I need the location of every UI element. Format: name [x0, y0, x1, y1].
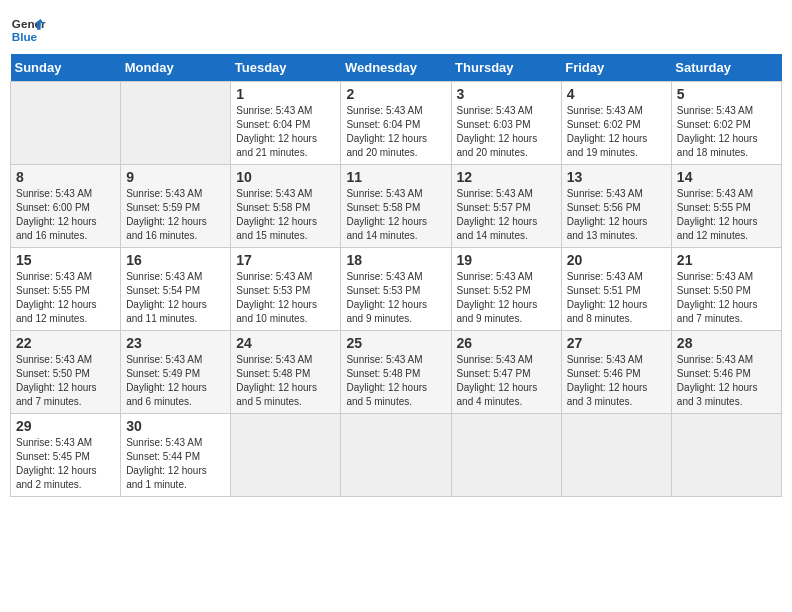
day-info: Sunrise: 5:43 AMSunset: 5:52 PMDaylight:…	[457, 270, 556, 326]
day-info: Sunrise: 5:43 AMSunset: 5:48 PMDaylight:…	[236, 353, 335, 409]
day-info: Sunrise: 5:43 AMSunset: 5:46 PMDaylight:…	[677, 353, 776, 409]
calendar-week-row: 29 Sunrise: 5:43 AMSunset: 5:45 PMDaylig…	[11, 414, 782, 497]
weekday-header: Friday	[561, 54, 671, 82]
calendar-day: 5 Sunrise: 5:43 AMSunset: 6:02 PMDayligh…	[671, 82, 781, 165]
day-number: 29	[16, 418, 115, 434]
calendar-day-empty	[561, 414, 671, 497]
day-info: Sunrise: 5:43 AMSunset: 5:55 PMDaylight:…	[677, 187, 776, 243]
day-number: 3	[457, 86, 556, 102]
calendar-day: 15 Sunrise: 5:43 AMSunset: 5:55 PMDaylig…	[11, 248, 121, 331]
day-number: 28	[677, 335, 776, 351]
calendar-day: 30 Sunrise: 5:43 AMSunset: 5:44 PMDaylig…	[121, 414, 231, 497]
day-number: 11	[346, 169, 445, 185]
day-info: Sunrise: 5:43 AMSunset: 6:00 PMDaylight:…	[16, 187, 115, 243]
day-number: 26	[457, 335, 556, 351]
calendar-body: 1 Sunrise: 5:43 AMSunset: 6:04 PMDayligh…	[11, 82, 782, 497]
day-info: Sunrise: 5:43 AMSunset: 5:45 PMDaylight:…	[16, 436, 115, 492]
day-info: Sunrise: 5:43 AMSunset: 5:50 PMDaylight:…	[677, 270, 776, 326]
day-info: Sunrise: 5:43 AMSunset: 5:57 PMDaylight:…	[457, 187, 556, 243]
day-info: Sunrise: 5:43 AMSunset: 5:49 PMDaylight:…	[126, 353, 225, 409]
day-info: Sunrise: 5:43 AMSunset: 6:02 PMDaylight:…	[677, 104, 776, 160]
day-info: Sunrise: 5:43 AMSunset: 5:59 PMDaylight:…	[126, 187, 225, 243]
calendar-day: 11 Sunrise: 5:43 AMSunset: 5:58 PMDaylig…	[341, 165, 451, 248]
day-info: Sunrise: 5:43 AMSunset: 5:46 PMDaylight:…	[567, 353, 666, 409]
svg-text:Blue: Blue	[12, 30, 38, 43]
calendar-day: 29 Sunrise: 5:43 AMSunset: 5:45 PMDaylig…	[11, 414, 121, 497]
day-info: Sunrise: 5:43 AMSunset: 5:47 PMDaylight:…	[457, 353, 556, 409]
day-number: 22	[16, 335, 115, 351]
calendar-day: 28 Sunrise: 5:43 AMSunset: 5:46 PMDaylig…	[671, 331, 781, 414]
calendar-day: 25 Sunrise: 5:43 AMSunset: 5:48 PMDaylig…	[341, 331, 451, 414]
calendar-day: 16 Sunrise: 5:43 AMSunset: 5:54 PMDaylig…	[121, 248, 231, 331]
calendar-day-empty	[671, 414, 781, 497]
day-info: Sunrise: 5:43 AMSunset: 5:58 PMDaylight:…	[346, 187, 445, 243]
day-number: 24	[236, 335, 335, 351]
calendar-day: 27 Sunrise: 5:43 AMSunset: 5:46 PMDaylig…	[561, 331, 671, 414]
day-info: Sunrise: 5:43 AMSunset: 5:53 PMDaylight:…	[236, 270, 335, 326]
calendar-header: SundayMondayTuesdayWednesdayThursdayFrid…	[11, 54, 782, 82]
day-info: Sunrise: 5:43 AMSunset: 5:51 PMDaylight:…	[567, 270, 666, 326]
logo-icon: General Blue	[10, 10, 46, 46]
calendar-day: 22 Sunrise: 5:43 AMSunset: 5:50 PMDaylig…	[11, 331, 121, 414]
calendar-day: 4 Sunrise: 5:43 AMSunset: 6:02 PMDayligh…	[561, 82, 671, 165]
day-info: Sunrise: 5:43 AMSunset: 5:55 PMDaylight:…	[16, 270, 115, 326]
day-number: 4	[567, 86, 666, 102]
weekday-header: Thursday	[451, 54, 561, 82]
calendar-day: 1 Sunrise: 5:43 AMSunset: 6:04 PMDayligh…	[231, 82, 341, 165]
day-number: 20	[567, 252, 666, 268]
calendar-week-row: 22 Sunrise: 5:43 AMSunset: 5:50 PMDaylig…	[11, 331, 782, 414]
day-number: 2	[346, 86, 445, 102]
day-number: 17	[236, 252, 335, 268]
day-info: Sunrise: 5:43 AMSunset: 5:56 PMDaylight:…	[567, 187, 666, 243]
day-number: 1	[236, 86, 335, 102]
calendar-day: 10 Sunrise: 5:43 AMSunset: 5:58 PMDaylig…	[231, 165, 341, 248]
day-info: Sunrise: 5:43 AMSunset: 5:44 PMDaylight:…	[126, 436, 225, 492]
calendar-day: 9 Sunrise: 5:43 AMSunset: 5:59 PMDayligh…	[121, 165, 231, 248]
calendar-day: 20 Sunrise: 5:43 AMSunset: 5:51 PMDaylig…	[561, 248, 671, 331]
day-info: Sunrise: 5:43 AMSunset: 6:02 PMDaylight:…	[567, 104, 666, 160]
calendar-day: 3 Sunrise: 5:43 AMSunset: 6:03 PMDayligh…	[451, 82, 561, 165]
calendar-day: 13 Sunrise: 5:43 AMSunset: 5:56 PMDaylig…	[561, 165, 671, 248]
day-number: 12	[457, 169, 556, 185]
weekday-header: Sunday	[11, 54, 121, 82]
calendar-day-empty	[451, 414, 561, 497]
weekday-header: Saturday	[671, 54, 781, 82]
day-info: Sunrise: 5:43 AMSunset: 5:58 PMDaylight:…	[236, 187, 335, 243]
calendar-day: 18 Sunrise: 5:43 AMSunset: 5:53 PMDaylig…	[341, 248, 451, 331]
calendar-day: 26 Sunrise: 5:43 AMSunset: 5:47 PMDaylig…	[451, 331, 561, 414]
calendar-day-empty	[341, 414, 451, 497]
calendar-day: 23 Sunrise: 5:43 AMSunset: 5:49 PMDaylig…	[121, 331, 231, 414]
calendar-day: 21 Sunrise: 5:43 AMSunset: 5:50 PMDaylig…	[671, 248, 781, 331]
day-number: 15	[16, 252, 115, 268]
calendar-day-empty	[231, 414, 341, 497]
weekday-header: Monday	[121, 54, 231, 82]
day-number: 27	[567, 335, 666, 351]
day-number: 23	[126, 335, 225, 351]
day-number: 13	[567, 169, 666, 185]
day-info: Sunrise: 5:43 AMSunset: 5:53 PMDaylight:…	[346, 270, 445, 326]
weekday-header: Wednesday	[341, 54, 451, 82]
calendar-day-empty	[121, 82, 231, 165]
day-number: 18	[346, 252, 445, 268]
day-number: 19	[457, 252, 556, 268]
day-number: 21	[677, 252, 776, 268]
day-number: 30	[126, 418, 225, 434]
calendar-table: SundayMondayTuesdayWednesdayThursdayFrid…	[10, 54, 782, 497]
day-number: 14	[677, 169, 776, 185]
day-number: 16	[126, 252, 225, 268]
calendar-day: 17 Sunrise: 5:43 AMSunset: 5:53 PMDaylig…	[231, 248, 341, 331]
calendar-week-row: 1 Sunrise: 5:43 AMSunset: 6:04 PMDayligh…	[11, 82, 782, 165]
calendar-day: 19 Sunrise: 5:43 AMSunset: 5:52 PMDaylig…	[451, 248, 561, 331]
day-number: 10	[236, 169, 335, 185]
calendar-day: 14 Sunrise: 5:43 AMSunset: 5:55 PMDaylig…	[671, 165, 781, 248]
day-info: Sunrise: 5:43 AMSunset: 5:54 PMDaylight:…	[126, 270, 225, 326]
day-info: Sunrise: 5:43 AMSunset: 5:48 PMDaylight:…	[346, 353, 445, 409]
day-number: 9	[126, 169, 225, 185]
svg-text:General: General	[12, 17, 46, 30]
day-info: Sunrise: 5:43 AMSunset: 5:50 PMDaylight:…	[16, 353, 115, 409]
logo: General Blue	[10, 10, 46, 46]
day-info: Sunrise: 5:43 AMSunset: 6:03 PMDaylight:…	[457, 104, 556, 160]
day-number: 5	[677, 86, 776, 102]
page-header: General Blue	[10, 10, 782, 46]
day-info: Sunrise: 5:43 AMSunset: 6:04 PMDaylight:…	[236, 104, 335, 160]
